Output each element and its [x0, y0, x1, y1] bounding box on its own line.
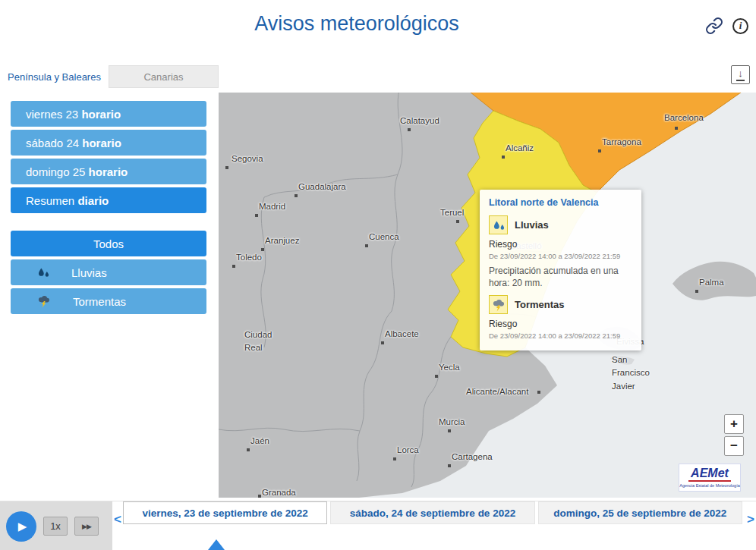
tab-pen-nsula-y-baleares[interactable]: Península y Baleares	[0, 65, 109, 88]
sidebar-button-tormentas[interactable]: Tormentas	[11, 288, 206, 314]
map-container[interactable]: CalatayudSegoviaGuadalajaraMadridAranjue…	[219, 93, 756, 498]
timeline-day-domingo[interactable]: domingo, 25 de septiembre de 2022	[538, 501, 742, 524]
download-icon: ↓	[736, 68, 745, 80]
sidebar-button-s-bado-24-horario[interactable]: sábado 24 horario	[11, 130, 206, 156]
warning-tooltip: Litoral norte de Valencia LluviasRiesgoD…	[480, 190, 641, 350]
page-title: Avisos meteorológicos	[0, 12, 713, 36]
tab-canarias[interactable]: Canarias	[109, 65, 219, 88]
sidebar-tabs: Península y BalearesCanarias	[0, 65, 219, 88]
tooltip-title: Litoral norte de Valencia	[489, 197, 632, 208]
zoom-controls: + −	[724, 414, 744, 458]
warning-type: Lluvias	[515, 219, 549, 231]
speed-button[interactable]: 1x	[43, 517, 68, 536]
timeline-day-viernes[interactable]: viernes, 23 de septiembre de 2022	[123, 501, 327, 524]
day-button-group: viernes 23 horariosábado 24 horariodomin…	[11, 101, 206, 213]
sidebar-button-lluvias[interactable]: Lluvias	[11, 259, 206, 285]
sidebar-button-resumen-diario[interactable]: Resumen diario	[11, 187, 206, 213]
timeline-next-arrow[interactable]: >	[747, 512, 754, 527]
zoom-out-button[interactable]: −	[724, 436, 744, 456]
info-icon[interactable]: i	[732, 18, 748, 34]
rain-icon	[36, 267, 50, 278]
playback-controls: ▶ 1x ▶▶	[0, 501, 112, 550]
filter-button-group: TodosLluviasTormentas	[11, 231, 206, 314]
link-icon[interactable]	[705, 17, 723, 35]
play-button[interactable]: ▶	[6, 511, 36, 542]
timeline-day-s-bado[interactable]: sábado, 24 de septiembre de 2022	[330, 501, 534, 524]
timeline-days: viernes, 23 de septiembre de 2022sábado,…	[123, 501, 742, 524]
storm-icon	[489, 295, 508, 314]
timeline-bar: ▶ 1x ▶▶ < viernes, 23 de septiembre de 2…	[0, 501, 756, 550]
aemet-logo-subtext: Agencia Estatal de Meteorología	[679, 483, 740, 488]
timeline-prev-arrow[interactable]: <	[114, 512, 121, 527]
aemet-logo: AEMet Agencia Estatal de Meteorología	[679, 464, 741, 492]
header: Avisos meteorológicos i	[0, 0, 756, 57]
storm-icon	[36, 294, 52, 308]
timeline-position-marker[interactable]	[208, 539, 225, 550]
warning-level: Riesgo	[489, 319, 632, 329]
warning-period: De 23/09/2022 14:00 a 23/09/2022 21:59	[489, 332, 632, 340]
aemet-logo-text: AEMet	[688, 467, 731, 482]
rain-icon	[489, 215, 508, 234]
zoom-in-button[interactable]: +	[724, 414, 744, 434]
download-button[interactable]: ↓	[731, 65, 750, 84]
tooltip-warnings: LluviasRiesgoDe 23/09/2022 14:00 a 23/09…	[489, 215, 632, 340]
warning-level: Riesgo	[489, 239, 632, 250]
sidebar: Península y BalearesCanarias viernes 23 …	[0, 57, 219, 501]
play-icon: ▶	[18, 520, 27, 533]
warning-period: De 23/09/2022 14:00 a 23/09/2022 21:59	[489, 252, 632, 260]
fast-forward-button[interactable]: ▶▶	[74, 517, 99, 536]
warning-type: Tormentas	[515, 299, 565, 310]
sidebar-button-domingo-25-horario[interactable]: domingo 25 horario	[11, 159, 206, 184]
sidebar-button-viernes-23-horario[interactable]: viernes 23 horario	[11, 101, 206, 127]
sidebar-button-todos[interactable]: Todos	[11, 231, 206, 256]
warning-detail: Precipitación acumulada en una hora: 20 …	[489, 265, 632, 289]
